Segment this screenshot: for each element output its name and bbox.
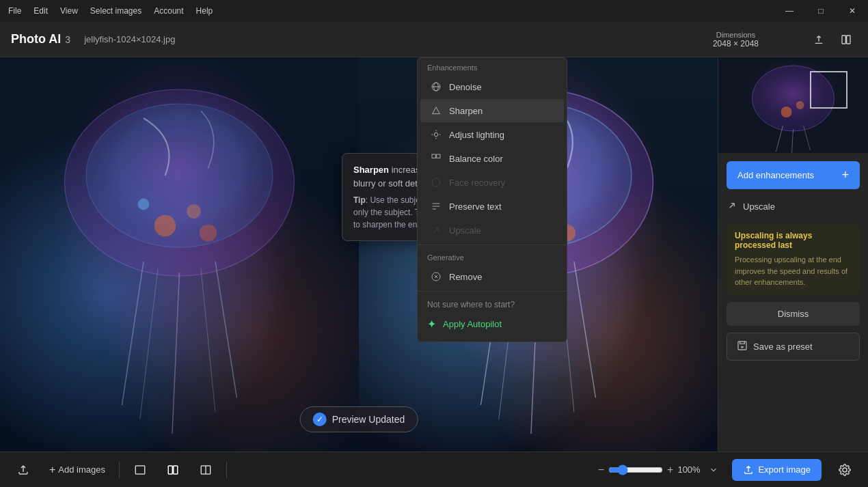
menu-file[interactable]: File — [8, 6, 21, 16]
autopilot-item[interactable]: ✦ Apply Autopilot — [418, 312, 567, 336]
separator — [418, 245, 567, 245]
svg-point-11 — [187, 204, 201, 219]
upscale-notice: Upscaling is always processed last Proce… — [727, 224, 860, 295]
upscale-row-label: Upscale — [743, 201, 775, 212]
zoom-dropdown-icon[interactable] — [709, 465, 718, 475]
window-controls: — □ ✕ — [774, 0, 868, 22]
menu-edit[interactable]: Edit — [33, 6, 48, 16]
add-enhancements-label: Add enhancements — [737, 170, 814, 180]
sun-icon — [430, 128, 442, 141]
zoom-value: 100% — [677, 464, 705, 475]
image-left — [0, 57, 359, 451]
menu-select-images[interactable]: Select images — [90, 6, 141, 16]
balance-color-label: Balance color — [449, 154, 503, 164]
right-panel: Add enhancements + Upscale Upscaling is … — [718, 57, 868, 451]
minimize-button[interactable]: — — [774, 0, 805, 22]
preserve-text-item[interactable]: Preserve text — [420, 195, 564, 218]
menu-account[interactable]: Account — [154, 6, 183, 16]
adjust-lighting-label: Adjust lighting — [449, 130, 504, 140]
upscale-label: Upscale — [449, 225, 481, 236]
svg-rect-48 — [168, 466, 172, 474]
zoom-plus-icon[interactable]: + — [667, 464, 673, 476]
dismiss-button[interactable]: Dismiss — [727, 302, 860, 326]
upscale-resize-icon — [727, 200, 737, 213]
svg-point-13 — [200, 224, 217, 241]
zoom-minus-icon[interactable]: − — [598, 464, 604, 476]
svg-rect-46 — [738, 342, 746, 350]
preserve-text-label: Preserve text — [449, 201, 502, 212]
svg-rect-35 — [437, 154, 440, 158]
divider1 — [119, 462, 120, 478]
autopilot-label: Apply Autopilot — [443, 319, 502, 329]
balance-icon — [430, 152, 442, 165]
add-images-label: Add images — [58, 464, 105, 475]
svg-point-4 — [86, 104, 273, 247]
generative-section-label: Generative — [418, 248, 567, 264]
preview-label: Preview Updated — [332, 414, 405, 425]
export-button[interactable]: Export image — [732, 459, 822, 481]
appbar-icons — [808, 29, 857, 51]
enhancements-dropdown: Enhancements Denoise Sharpen — [417, 57, 567, 342]
save-preset-label: Save as preset — [753, 342, 813, 352]
zoom-slider[interactable] — [608, 464, 663, 475]
menu-view[interactable]: View — [60, 6, 78, 16]
sharpen-item[interactable]: Sharpen — [420, 99, 564, 122]
zoom-controls: − + 100% — [598, 464, 719, 476]
close-button[interactable]: ✕ — [837, 0, 868, 22]
remove-item[interactable]: Remove — [420, 265, 564, 288]
svg-rect-34 — [432, 154, 435, 158]
triangle-icon — [430, 105, 442, 117]
bottom-toolbar: + Add images − + 100% Export image — [0, 451, 868, 487]
balance-color-item[interactable]: Balance color — [420, 147, 564, 170]
svg-point-41 — [781, 107, 792, 117]
dimensions-info: Dimensions 2048 × 2048 — [713, 31, 759, 48]
not-sure-label: Not sure where to start? — [418, 294, 567, 312]
compare-view-button[interactable] — [193, 458, 218, 482]
enhancements-section-label: Enhancements — [418, 58, 567, 74]
app-bar: Photo AI 3 jellyfish-1024×1024.jpg Dimen… — [0, 22, 868, 57]
svg-rect-1 — [847, 36, 850, 44]
share-button[interactable] — [11, 458, 36, 482]
preview-badge: ✓ Preview Updated — [300, 406, 418, 432]
thumbnail-selection — [810, 71, 847, 109]
globe-icon — [430, 81, 442, 93]
save-preset-button[interactable]: Save as preset — [727, 333, 860, 361]
upscale-item[interactable]: Upscale — [420, 219, 564, 242]
settings-button[interactable] — [832, 458, 857, 482]
image-container — [0, 57, 718, 451]
denoise-item[interactable]: Denoise — [420, 75, 564, 98]
canvas-area[interactable]: Sharpen increases detail by fixing blurr… — [0, 57, 718, 451]
check-icon: ✓ — [313, 413, 327, 426]
svg-point-36 — [432, 178, 440, 186]
add-images-button[interactable]: + Add images — [44, 458, 111, 482]
export-label: Export image — [758, 464, 811, 475]
remove-label: Remove — [449, 272, 482, 282]
split-view-button[interactable] — [161, 458, 185, 482]
notice-body: Processing upscaling at the end improves… — [735, 254, 852, 288]
layout-icon[interactable] — [835, 29, 857, 51]
menu-help[interactable]: Help — [196, 6, 213, 16]
add-icon: + — [841, 168, 849, 182]
svg-point-10 — [154, 215, 176, 237]
app-title: Photo AI 3 — [11, 32, 70, 46]
filename-label: jellyfish-1024×1024.jpg — [84, 34, 175, 44]
upload-icon[interactable] — [808, 29, 830, 51]
svg-point-12 — [138, 199, 150, 210]
menu-bar: File Edit View Select images Account Hel… — [8, 6, 213, 16]
svg-point-29 — [434, 133, 437, 136]
add-enhancements-button[interactable]: Add enhancements + — [727, 161, 860, 189]
preset-icon — [737, 340, 748, 353]
svg-rect-49 — [174, 466, 178, 474]
maximize-button[interactable]: □ — [805, 0, 837, 22]
separator2 — [418, 291, 567, 292]
text-icon — [430, 200, 442, 212]
dimensions-value: 2048 × 2048 — [713, 39, 759, 48]
upscale-row[interactable]: Upscale — [727, 196, 860, 217]
adjust-lighting-item[interactable]: Adjust lighting — [420, 123, 564, 146]
face-recovery-item[interactable]: Face recovery — [420, 171, 564, 194]
upscale-icon — [430, 224, 442, 236]
single-view-button[interactable] — [128, 458, 152, 482]
face-icon — [430, 176, 442, 189]
denoise-label: Denoise — [449, 82, 482, 92]
svg-rect-0 — [842, 36, 845, 44]
